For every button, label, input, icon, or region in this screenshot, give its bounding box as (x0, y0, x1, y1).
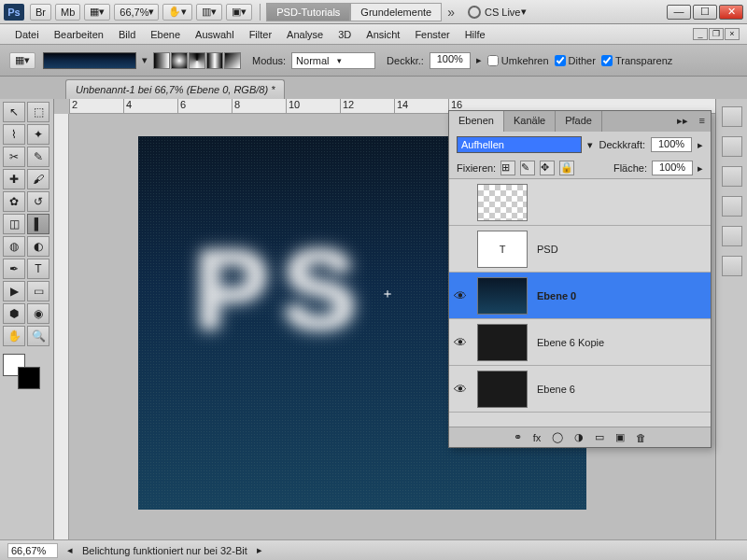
bridge-button[interactable]: Br (30, 4, 51, 21)
document-tab[interactable]: Unbenannt-1 bei 66,7% (Ebene 0, RGB/8) * (65, 79, 285, 99)
marquee-tool[interactable]: ⬚ (27, 102, 49, 122)
minibridge-button[interactable]: Mb (55, 4, 80, 21)
stamp-tool[interactable]: ✿ (3, 191, 25, 212)
fx-button[interactable]: fx (533, 432, 542, 443)
menu-auswahl[interactable]: Auswahl (188, 29, 242, 40)
layer-thumb[interactable] (477, 371, 528, 408)
3d-tool[interactable]: ⬢ (3, 303, 25, 324)
gradient-radial[interactable] (171, 52, 188, 69)
shape-tool[interactable]: ▭ (27, 281, 49, 301)
gradient-angle[interactable] (189, 52, 205, 69)
hand-tool[interactable]: ✋ (3, 326, 25, 346)
gradient-linear[interactable] (153, 52, 170, 69)
minimize-button[interactable]: — (667, 5, 691, 20)
lock-paint[interactable]: ✎ (520, 161, 535, 175)
background-swatch[interactable] (18, 367, 40, 389)
group-button-icon[interactable]: ▭ (595, 431, 604, 443)
pen-tool[interactable]: ✒ (3, 259, 25, 279)
view-extras-button[interactable]: ▦▾ (84, 4, 110, 21)
cslive-button[interactable]: CS Live ▾ (468, 6, 527, 19)
tab-kanaele[interactable]: Kanäle (504, 111, 556, 132)
lock-all[interactable]: 🔒 (559, 161, 574, 175)
move-tool[interactable]: ↖ (3, 102, 25, 122)
layer-visibility[interactable]: 👁 (449, 288, 472, 303)
zoom-select[interactable]: 66,7% ▾ (114, 4, 159, 21)
layer-row[interactable]: 👁 Ebene 6 Kopie (449, 319, 711, 366)
opacity-flyout-icon[interactable]: ▸ (476, 54, 482, 66)
3d-camera-tool[interactable]: ◉ (27, 303, 49, 324)
layer-thumb[interactable] (477, 184, 528, 221)
blend-mode-select[interactable]: Aufhellen (457, 136, 582, 153)
arrange-docs-button[interactable]: ▥▾ (196, 4, 222, 21)
zoom-tool[interactable]: 🔍 (27, 326, 49, 346)
layer-name[interactable]: PSD (533, 244, 711, 255)
eraser-tool[interactable]: ◫ (3, 214, 25, 234)
dither-checkbox[interactable]: Dither (555, 55, 596, 66)
status-zoom[interactable]: 66,67% (7, 543, 58, 558)
dock-paths-icon[interactable] (722, 226, 742, 246)
status-next-icon[interactable]: ▸ (257, 544, 262, 556)
wand-tool[interactable]: ✦ (27, 124, 49, 145)
layer-name[interactable]: Ebene 0 (533, 290, 711, 301)
blur-tool[interactable]: ◍ (3, 236, 25, 257)
tab-pfade[interactable]: Pfade (556, 111, 602, 132)
delete-layer-icon[interactable]: 🗑 (636, 432, 646, 443)
layer-visibility[interactable]: 👁 (449, 382, 472, 397)
type-tool[interactable]: T (27, 259, 49, 279)
screenmode-button[interactable]: ▣▾ (226, 4, 252, 21)
panel-opacity-input[interactable]: 100% (651, 137, 692, 152)
layer-thumb[interactable] (477, 324, 528, 361)
gradient-diamond[interactable] (224, 52, 241, 69)
panel-menu-icon[interactable]: ≡ (694, 111, 711, 132)
history-brush-tool[interactable]: ↺ (27, 191, 49, 212)
link-layers-icon[interactable]: ⚭ (514, 431, 522, 443)
lock-pixels[interactable]: ⊞ (500, 161, 515, 175)
brush-tool[interactable]: 🖌 (27, 169, 49, 189)
adjustment-button-icon[interactable]: ◑ (574, 431, 584, 443)
layer-thumb[interactable]: T (477, 231, 528, 268)
layer-name[interactable]: Ebene 6 Kopie (533, 337, 711, 348)
dock-history-icon[interactable] (722, 256, 742, 276)
gradient-reflected[interactable] (206, 52, 223, 69)
menu-ebene[interactable]: Ebene (143, 29, 188, 40)
mode-select[interactable]: Normal (291, 52, 375, 69)
menu-hilfe[interactable]: Hilfe (458, 29, 493, 40)
menu-3d[interactable]: 3D (331, 29, 359, 40)
menu-ansicht[interactable]: Ansicht (359, 29, 407, 40)
menu-filter[interactable]: Filter (242, 29, 279, 40)
reverse-checkbox[interactable]: Umkehren (487, 55, 549, 66)
tool-preset-button[interactable]: ▦▾ (9, 52, 35, 69)
menu-bild[interactable]: Bild (111, 29, 143, 40)
panel-collapse-icon[interactable]: ▸▸ (671, 111, 694, 132)
fill-flyout-icon[interactable]: ▸ (698, 162, 703, 175)
menu-analyse[interactable]: Analyse (279, 29, 331, 40)
workspace-more-icon[interactable]: » (442, 5, 460, 20)
opacity-input[interactable]: 100% (430, 52, 471, 69)
panel-opacity-flyout-icon[interactable]: ▸ (698, 139, 703, 151)
menu-fenster[interactable]: Fenster (407, 29, 457, 40)
doc-close-button[interactable]: × (725, 28, 740, 40)
layer-row[interactable]: T PSD (449, 226, 711, 273)
gradient-picker-arrow-icon[interactable]: ▾ (142, 54, 148, 66)
workspace-tab-active[interactable]: PSD-Tutorials (266, 3, 350, 21)
new-layer-icon[interactable]: ▣ (615, 431, 625, 443)
doc-min-button[interactable]: _ (693, 28, 708, 40)
color-swatches[interactable] (3, 354, 40, 389)
heal-tool[interactable]: ✚ (3, 169, 25, 189)
layer-visibility[interactable]: 👁 (449, 335, 472, 350)
dock-layers-icon[interactable] (722, 106, 742, 127)
dock-adjust-icon[interactable] (722, 166, 742, 187)
maximize-button[interactable]: ☐ (693, 5, 717, 20)
eyedropper-tool[interactable]: ✎ (27, 147, 49, 167)
status-prev-icon[interactable]: ◂ (67, 544, 73, 556)
gradient-sample[interactable] (43, 52, 136, 69)
close-button[interactable]: ✕ (719, 5, 743, 20)
blend-arrow-icon[interactable]: ▾ (587, 139, 593, 151)
layer-row-active[interactable]: 👁 Ebene 0 (449, 273, 711, 319)
lock-move[interactable]: ✥ (540, 161, 555, 175)
layer-name[interactable]: Ebene 6 (533, 384, 711, 395)
menu-bearbeiten[interactable]: Bearbeiten (47, 29, 111, 40)
lasso-tool[interactable]: ⌇ (3, 124, 25, 145)
dock-channels-icon[interactable] (722, 136, 742, 157)
menu-datei[interactable]: Datei (7, 29, 47, 40)
